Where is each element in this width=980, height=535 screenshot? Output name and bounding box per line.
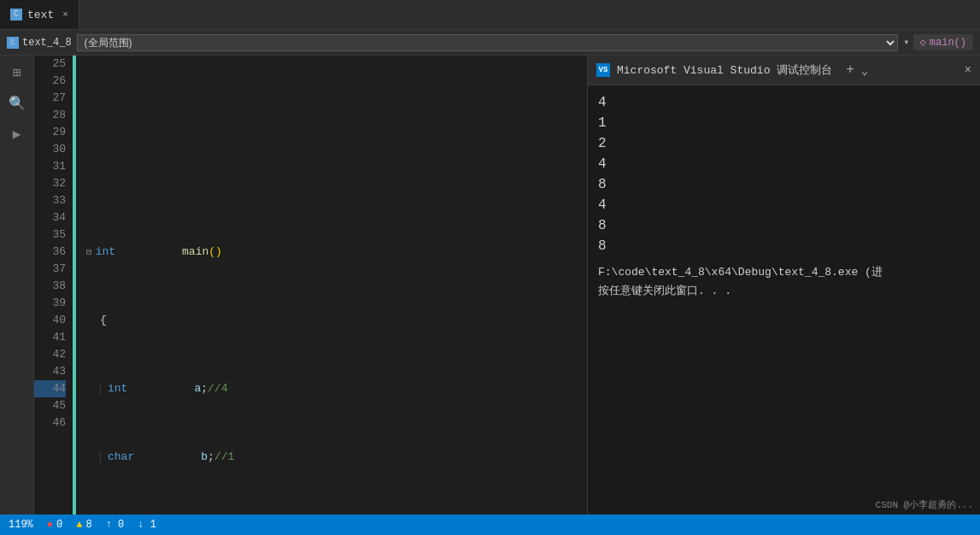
output-line-1: 4 — [598, 92, 970, 113]
function-tag: ◇ main() — [913, 34, 973, 50]
change-gutter — [73, 56, 79, 514]
toolbar: C text_4_8 (全局范围) ▾ ◇ main() — [0, 30, 980, 56]
toolbar-arrow-icon: ▾ — [903, 36, 909, 49]
code-lines: ⊟ int main () { int a ; //4 — [79, 56, 587, 514]
output-line-6: 4 — [598, 195, 970, 215]
error-icon: ● — [47, 519, 53, 531]
vs-icon-text: VS — [599, 66, 608, 74]
output-header: VS Microsoft Visual Studio 调试控制台 + ⌄ × — [588, 56, 980, 85]
output-content: 4 1 2 4 8 4 8 8 F:\code\text_4_8\x64\Deb… — [588, 85, 980, 514]
file-name: text_4_8 — [22, 37, 72, 49]
output-line-8: 8 — [598, 236, 970, 256]
output-line-2: 1 — [598, 113, 970, 133]
code-line-27: ⊟ int main () — [86, 244, 587, 261]
output-hint-line: 按任意键关闭此窗口. . . — [598, 282, 970, 301]
output-line-5: 8 — [598, 174, 970, 195]
output-line-4: 4 — [598, 154, 970, 174]
output-line-7: 8 — [598, 215, 970, 236]
output-line-3: 2 — [598, 133, 970, 154]
main-layout: ⊞ 🔍 ▶ 25 26 27 28 29 30 31 32 33 34 35 3… — [0, 56, 980, 514]
watermark: CSDN @小李超勇的... — [876, 498, 973, 511]
output-new-tab-button[interactable]: + — [846, 62, 854, 78]
fold-icon[interactable]: ⊟ — [86, 244, 92, 261]
sidebar-icon-debug[interactable]: ▶ — [7, 124, 27, 144]
sidebar-icon-search[interactable]: 🔍 — [7, 93, 27, 114]
output-close-button[interactable]: × — [965, 63, 971, 77]
warning-icon: ▲ — [76, 519, 82, 531]
line-numbers: 25 26 27 28 29 30 31 32 33 34 35 36 37 3… — [34, 56, 73, 514]
code-line-28: { — [86, 312, 587, 329]
scope-dropdown[interactable]: (全局范围) — [77, 34, 899, 51]
sidebar-icon-files[interactable]: ⊞ — [7, 62, 27, 83]
toolbar-file: C text_4_8 — [7, 37, 72, 49]
vs-icon: VS — [596, 63, 610, 77]
tab-text[interactable]: C text × — [0, 0, 79, 29]
code-editor[interactable]: 25 26 27 28 29 30 31 32 33 34 35 36 37 3… — [34, 56, 587, 514]
output-panel: VS Microsoft Visual Studio 调试控制台 + ⌄ × 4… — [587, 56, 980, 514]
tab-close-button[interactable]: × — [62, 9, 68, 20]
sidebar: ⊞ 🔍 ▶ — [0, 56, 34, 514]
status-errors: ● 0 — [47, 519, 62, 531]
tab-file-icon: C — [10, 9, 22, 21]
green-change-bar — [73, 56, 76, 514]
status-warnings: ▲ 8 — [76, 519, 91, 531]
status-bar: 119% ● 0 ▲ 8 ↑ 0 ↓ 1 — [0, 514, 980, 535]
output-title: Microsoft Visual Studio 调试控制台 — [617, 62, 832, 78]
tab-label: text — [27, 9, 54, 21]
code-line-26 — [86, 175, 587, 192]
output-chevron-icon[interactable]: ⌄ — [861, 63, 868, 78]
code-line-25 — [86, 107, 587, 124]
toolbar-right: ▾ ◇ main() — [903, 34, 973, 50]
output-path-line: F:\code\text_4_8\x64\Debug\text_4_8.exe … — [598, 263, 970, 282]
code-line-30: char b ; //1 — [86, 449, 587, 466]
status-zoom: 119% — [9, 519, 33, 531]
function-label: main() — [930, 37, 966, 49]
code-line-29: int a ; //4 — [86, 380, 587, 397]
file-icon: C — [7, 37, 19, 49]
status-down: ↓ 1 — [138, 519, 156, 531]
title-bar: C text × — [0, 0, 980, 30]
status-up: ↑ 0 — [106, 519, 125, 531]
function-icon: ◇ — [920, 36, 926, 49]
